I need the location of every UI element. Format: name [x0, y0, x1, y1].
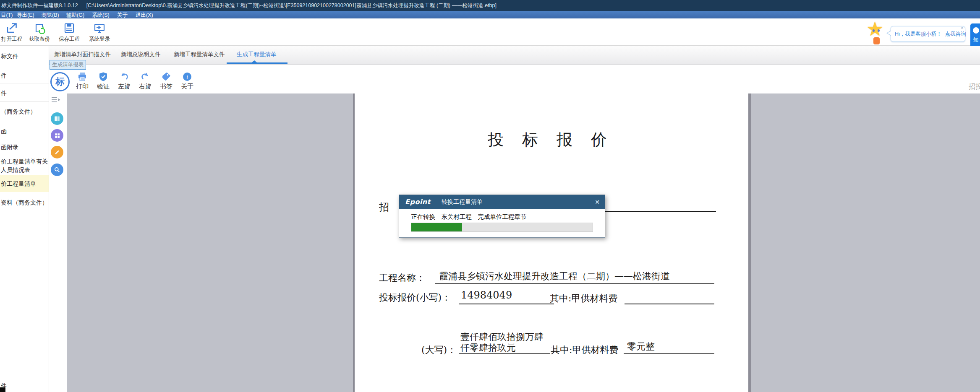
- info-icon: i: [182, 72, 192, 82]
- corner-fragment: [0, 387, 5, 392]
- rotate-left-icon: [119, 72, 129, 82]
- printer-icon: [77, 72, 87, 82]
- sidebar-item-file-2[interactable]: 件: [1, 89, 48, 97]
- convert-dialog-titlebar: Epoint 转换工程量清单 ✕: [399, 195, 605, 209]
- sidebar-separator: [0, 64, 49, 64]
- about-button[interactable]: i 关于: [178, 72, 196, 91]
- grid-icon: [54, 132, 60, 139]
- pencil-icon: [54, 149, 60, 156]
- doc-price-small-label: 投标报价(小写)：: [379, 291, 451, 304]
- sidebar-item-bottom-file[interactable]: 件: [1, 382, 48, 390]
- main-toolbar: 打开工程 获取备份 保存工程: [0, 18, 980, 46]
- star-mascot-icon: ★: [866, 19, 883, 39]
- svg-text:i: i: [186, 74, 188, 80]
- menu-item-assist[interactable]: 辅助(G): [66, 12, 84, 19]
- doc-among-value-2: 零元整: [627, 340, 655, 353]
- doc-project-name-value: 霞浦县乡镇污水处理提升改造工程（二期）——松港街道: [439, 270, 670, 283]
- doc-among-label-1: 其中:甲供材料费: [550, 292, 617, 305]
- menu-item-about[interactable]: 关于: [117, 12, 128, 19]
- search-button[interactable]: [51, 164, 63, 176]
- get-backup-button[interactable]: 获取备份: [26, 22, 53, 43]
- system-login-button[interactable]: 系统登录: [86, 22, 113, 43]
- pdf-logo-char: 标: [55, 75, 65, 88]
- about-label: 关于: [178, 83, 196, 91]
- assistant-bubble[interactable]: Hi，我是客服小桥！ 点我咨询: [891, 26, 965, 42]
- generate-report-button[interactable]: 生成清单报表: [50, 60, 86, 70]
- save-project-button[interactable]: 保存工程: [56, 22, 83, 43]
- menu-item-system[interactable]: 系统(S): [92, 12, 110, 19]
- system-login-label: 系统登录: [86, 36, 113, 43]
- bookmark-tag-icon: [161, 72, 171, 82]
- progress-bar-track: [411, 223, 593, 232]
- epoint-brand-logo: Epoint: [405, 198, 431, 206]
- bookmark-button[interactable]: 书签: [157, 72, 175, 91]
- doc-price-small-value: 14984049: [461, 289, 512, 301]
- doc-price-big-value-line2: 仟零肆拾玖元: [460, 342, 516, 354]
- sidebar-item-boq-selected[interactable]: 价工程量清单: [1, 179, 48, 188]
- file-path: [C:\Users\Administrator\Desktop\0.霞浦县乡镇污…: [86, 2, 497, 9]
- knowledge-side-button[interactable]: 知: [970, 23, 980, 49]
- doc-among-underline-2: [624, 353, 714, 354]
- system-login-icon: [94, 22, 105, 34]
- bubble-close-icon[interactable]: ×: [961, 25, 963, 30]
- bubble-action[interactable]: 点我咨询: [945, 31, 966, 38]
- verify-label: 验证: [94, 83, 112, 91]
- sidebar-item-file-1[interactable]: 件: [1, 71, 48, 80]
- right-clipped-text: 招投: [969, 83, 980, 91]
- doc-price-small-underline: [459, 304, 554, 304]
- sidebar-tree: 标文件 件 件 （商务文件） 函 函附录 价工程量清单有关人员情况表 价工程量清…: [0, 46, 49, 392]
- save-project-label: 保存工程: [56, 36, 83, 43]
- tab-add-summary[interactable]: 新增总说明文件: [121, 51, 161, 58]
- menu-item-export[interactable]: 导出(E): [17, 12, 34, 19]
- thumbnail-panel-button[interactable]: [51, 112, 63, 125]
- app-window: 标文件制作软件—福建版8.1.0.12 [C:\Users\Administra…: [0, 0, 980, 392]
- open-project-button[interactable]: 打开工程: [0, 22, 25, 43]
- get-backup-label: 获取备份: [26, 36, 53, 43]
- outline-toggle-icon[interactable]: [51, 97, 61, 104]
- sidebar-item-bid-file[interactable]: 标文件: [1, 52, 48, 60]
- sidebar-separator: [0, 83, 49, 83]
- print-label: 打印: [73, 83, 91, 91]
- sidebar-item-business-file[interactable]: （商务文件）: [1, 107, 48, 116]
- bubble-tail: [887, 31, 891, 35]
- menu-item-t[interactable]: 目(T): [1, 12, 13, 19]
- menu-item-browse[interactable]: 浏览(B): [42, 12, 59, 19]
- app-title: 标文件制作软件—福建版8.1.0.12: [1, 2, 78, 9]
- convert-dialog: Epoint 转换工程量清单 ✕ 正在转换 东关村工程 完成单位工程章节: [399, 195, 605, 238]
- pdf-logo: 标: [50, 72, 70, 91]
- convert-status-text: 正在转换 东关村工程 完成单位工程章节: [411, 213, 527, 221]
- doc-project-name-underline: [435, 283, 714, 284]
- shield-check-icon: [98, 72, 108, 82]
- knowledge-icon: [973, 27, 979, 34]
- menubar: 目(T) 导出(E) 浏览(B) 辅助(G) 系统(S) 关于 退出(X): [0, 11, 980, 18]
- mascot-body: [873, 37, 880, 44]
- window-titlebar: 标文件制作软件—福建版8.1.0.12 [C:\Users\Administra…: [0, 0, 980, 11]
- tab-add-cover-scan[interactable]: 新增清单封面扫描文件: [54, 51, 111, 58]
- open-project-label: 打开工程: [0, 36, 25, 43]
- hamburger-arrow-icon: [51, 97, 61, 103]
- sidebar-item-materials[interactable]: 资料（商务文件）: [1, 198, 48, 207]
- knowledge-label: 知: [973, 36, 979, 44]
- doc-among-label-2: 其中:甲供材料费: [551, 344, 618, 356]
- search-icon: [54, 166, 60, 173]
- convert-dialog-title: 转换工程量清单: [442, 198, 483, 206]
- tab-add-boq-file[interactable]: 新增工程量清单文件: [174, 51, 225, 58]
- tab-generate-boq[interactable]: 生成工程量清单: [237, 51, 277, 58]
- assistant-mascot[interactable]: ★: [866, 23, 888, 47]
- dialog-close-icon[interactable]: ✕: [595, 199, 600, 205]
- print-button[interactable]: 打印: [73, 72, 91, 91]
- doc-price-big-label: (大写)：: [421, 344, 456, 356]
- rotate-right-button[interactable]: 右旋: [136, 72, 154, 91]
- sidebar-item-personnel-table[interactable]: 价工程量清单有关人员情况表: [1, 157, 48, 174]
- pages-grid-button[interactable]: [51, 129, 63, 142]
- sidebar-item-letter-annex[interactable]: 函附录: [1, 143, 48, 151]
- annotate-button[interactable]: [51, 146, 63, 158]
- doc-among-underline-1: [625, 304, 714, 304]
- sidebar-item-letter[interactable]: 函: [1, 127, 48, 135]
- menu-item-exit[interactable]: 退出(X): [136, 12, 153, 19]
- mascot-eye-icon: [878, 29, 880, 32]
- get-backup-icon: [34, 22, 45, 34]
- rotate-left-button[interactable]: 左旋: [115, 72, 133, 91]
- file-tabs: 新增清单封面扫描文件 新增总说明文件 新增工程量清单文件 生成工程量清单: [49, 46, 980, 65]
- verify-button[interactable]: 验证: [94, 72, 112, 91]
